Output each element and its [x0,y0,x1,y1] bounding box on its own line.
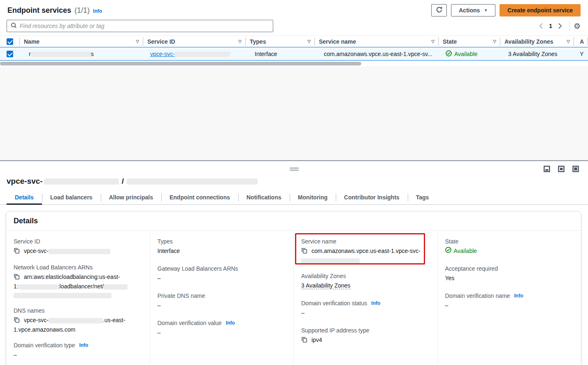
copy-icon[interactable] [301,337,307,345]
table-row[interactable]: rs vpce-svc- Interface com.amazonaws.vpc… [0,47,588,61]
field-value: 3 Availability Zones [301,281,429,290]
next-page-icon[interactable] [555,23,565,29]
dns-line1-suffix: .us-east- [103,317,125,323]
tab-load-balancers[interactable]: Load balancers [42,192,101,204]
field-label-row: Domain verification status Info [301,300,429,307]
row-checkbox-cell [0,51,20,57]
split-panel-preferences [544,166,579,174]
select-all-checkbox[interactable] [7,38,13,45]
tab-endpoint-connections[interactable]: Endpoint connections [161,192,238,204]
field-value: – [14,351,142,359]
field-private-dns-name: Private DNS name – [158,292,286,310]
panel-position-bottom-icon[interactable] [544,166,550,174]
resource-count: (1/1) [74,6,90,15]
state-badge: Available [445,247,573,255]
info-link[interactable]: Info [514,293,523,299]
nlb-arn-line1: arn:aws:elasticloadbalancing:us-east- [24,274,120,280]
refresh-button[interactable] [431,4,447,16]
info-link[interactable]: Info [93,8,102,14]
column-label: Name [24,38,40,45]
row-types-cell: Interface [246,51,315,57]
ip-type-value: ipv4 [311,337,322,343]
panel-title-separator: / [122,177,124,186]
field-nlb-arns: Network Load Balancers ARNs arn:aws:elas… [14,264,142,299]
field-domain-verification-value: Domain verification value Info – [158,320,286,337]
column-header-types[interactable]: Types ▽ [246,36,315,47]
redacted-text [49,249,110,254]
field-label-row: Domain verification value Info [158,320,286,326]
previous-page-icon[interactable] [536,23,546,29]
tab-contributor-insights[interactable]: Contributor Insights [336,192,408,204]
row-checkbox[interactable] [7,51,13,57]
column-header-acceptance-clipped[interactable]: A [574,36,588,47]
redacted-text [44,178,119,185]
details-column-2: Types Interface Gateway Load Balancers A… [150,231,294,365]
refresh-icon [436,6,443,14]
field-value: Interface [158,247,286,255]
field-value: com.amazonaws.vpce.us-east-1.vpce-svc- [301,247,429,265]
gear-icon[interactable]: ⚙ [574,22,581,30]
copy-icon[interactable] [14,248,20,256]
page-header: Endpoint services (1/1) Info Actions ▼ C… [0,0,588,19]
copy-icon[interactable] [14,317,20,325]
column-header-availability-zones[interactable]: Availability Zones ▽ [500,36,574,47]
info-link[interactable]: Info [79,342,88,348]
field-service-name: Service name com.amazonaws.vpce.us-east-… [301,238,429,265]
create-endpoint-service-button[interactable]: Create endpoint service [500,4,581,16]
horizontal-scrollbar-thumb[interactable] [0,62,361,66]
tab-tags[interactable]: Tags [408,192,437,204]
tab-monitoring[interactable]: Monitoring [290,192,336,204]
actions-button[interactable]: Actions ▼ [451,4,495,16]
field-label: Domain verification type [14,342,75,349]
panel-tabs: Details Load balancers Allow principals … [0,192,588,205]
title-group: Endpoint services (1/1) Info [7,6,102,15]
info-link[interactable]: Info [371,300,380,306]
dns-line1-prefix: vpce-svc- [24,317,49,323]
info-link[interactable]: Info [226,320,235,326]
filter-icon[interactable]: ▽ [567,39,570,44]
tab-notifications[interactable]: Notifications [238,192,290,204]
filter-icon[interactable]: ▽ [431,39,435,44]
panel-position-side-icon[interactable] [558,166,565,174]
check-circle-icon [445,247,451,255]
filter-icon[interactable]: ▽ [136,39,139,44]
field-label: Network Load Balancers ARNs [14,264,142,271]
service-name-value: com.amazonaws.vpce.us-east-1.vpce-svc- [311,248,421,254]
filter-icon[interactable]: ▽ [238,39,242,44]
search-input[interactable] [20,23,269,29]
copy-icon[interactable] [301,248,307,256]
availability-zones-link[interactable]: 3 Availability Zones [301,282,351,289]
tab-details[interactable]: Details [7,192,42,204]
details-card-body: Service ID vpce-svc- Network Load Balanc… [6,231,581,365]
search-box[interactable] [7,20,273,32]
filter-icon[interactable]: ▽ [493,39,496,44]
details-card-heading: Details [6,211,581,231]
column-label: State [443,38,457,45]
column-header-state[interactable]: State ▽ [439,36,500,47]
column-header-name[interactable]: Name ▽ [20,36,143,47]
redacted-text [19,284,58,290]
split-panel-drag-handle[interactable] [290,168,299,171]
panel-title: vpce-svc- / [0,177,588,192]
field-label: Service name [301,238,429,245]
row-availability-zones-cell: 3 Availability Zones [500,51,574,57]
filter-icon[interactable]: ▽ [307,39,311,44]
field-service-id: Service ID vpce-svc- [14,238,142,256]
service-id-link[interactable]: vpce-svc- [150,51,230,57]
panel-maximize-icon[interactable] [572,166,579,174]
select-all-checkbox-cell [0,36,20,47]
column-header-service-id[interactable]: Service ID ▽ [143,36,246,47]
availability-zones-link[interactable]: 3 Availability Zones [508,51,558,57]
field-value: – [158,328,286,337]
create-button-label: Create endpoint service [507,7,573,14]
tab-allow-principals[interactable]: Allow principals [101,192,161,204]
panel-title-prefix: vpce-svc- [7,177,43,186]
current-page-number[interactable]: 1 [546,23,555,29]
column-label: Types [250,38,266,45]
table-header-row: Name ▽ Service ID ▽ Types ▽ Service name… [0,35,588,47]
pager-divider [569,21,569,31]
field-value: – [445,301,573,310]
column-label: A [580,38,584,45]
column-header-service-name[interactable]: Service name ▽ [315,36,439,47]
copy-icon[interactable] [14,274,20,282]
